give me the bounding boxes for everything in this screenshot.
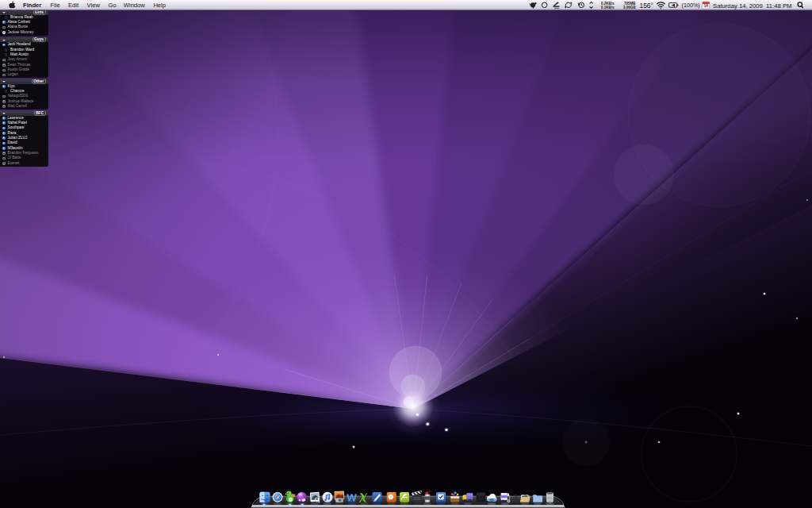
svg-text:W: W xyxy=(347,491,357,503)
svg-text:0.1KB/s: 0.1KB/s xyxy=(601,6,615,10)
svg-text:14: 14 xyxy=(704,4,709,8)
svg-text:Help: Help xyxy=(153,2,166,9)
svg-text:3.06GB: 3.06GB xyxy=(623,6,636,10)
svg-text:Window: Window xyxy=(124,2,146,9)
svg-text:Saturday 14, 2009 11:48 PM: Saturday 14, 2009 11:48 PM xyxy=(713,2,791,10)
svg-text:File: File xyxy=(50,2,59,9)
svg-text:View: View xyxy=(87,2,101,9)
svg-text:Edit: Edit xyxy=(68,2,79,9)
svg-text:Finder: Finder xyxy=(23,2,41,9)
svg-text:(100%): (100%) xyxy=(682,2,700,9)
svg-text:Go: Go xyxy=(109,2,117,9)
svg-text:WWL: WWL xyxy=(489,498,495,502)
svg-text:156°: 156° xyxy=(640,2,653,10)
